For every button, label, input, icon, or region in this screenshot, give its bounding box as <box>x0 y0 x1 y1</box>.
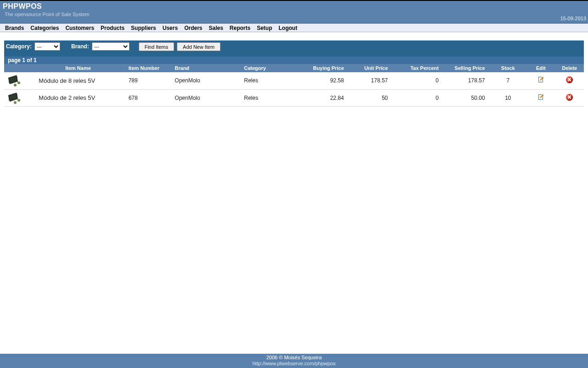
edit-icon[interactable] <box>537 94 544 101</box>
menu-brands[interactable]: Brands <box>2 25 27 31</box>
app-subtitle: The opensource Point of Sale System <box>3 12 585 17</box>
app-header: PHPWPOS The opensource Point of Sale Sys… <box>0 1 588 23</box>
cell-selling-price: 50.00 <box>443 89 490 106</box>
menu-products[interactable]: Products <box>97 25 128 31</box>
menu-customers[interactable]: Customers <box>62 25 97 31</box>
item-thumb-icon <box>7 74 22 87</box>
cell-category: Reles <box>242 89 298 106</box>
header-date: 15-09-2013 <box>560 16 586 21</box>
cell-tax-percent: 0 <box>392 72 443 89</box>
col-tax-percent: Tax Percent <box>392 64 443 72</box>
menu-setup[interactable]: Setup <box>254 25 275 31</box>
category-select[interactable]: --- <box>34 42 60 51</box>
table-row: Módulo de 8 reles 5V789OpenMoloReles92.5… <box>4 72 584 89</box>
table-row: Módulo de 2 reles 5V678OpenMoloReles22.8… <box>4 89 584 106</box>
cell-brand: OpenMolo <box>173 72 242 89</box>
col-item-number: Item Number <box>127 64 173 72</box>
brand-label: Brand: <box>71 43 89 50</box>
col-selling-price: Selling Price <box>443 64 490 72</box>
col-brand: Brand <box>173 64 242 72</box>
cell-buying-price: 92.58 <box>298 72 349 89</box>
cell-category: Reles <box>242 72 298 89</box>
delete-icon[interactable] <box>566 94 573 101</box>
footer-url[interactable]: http://www.ptwebserve.com/phpwpos <box>0 361 588 367</box>
items-table: Item Name Item Number Brand Category Buy… <box>4 64 584 107</box>
cell-stock: 10 <box>490 89 527 106</box>
col-edit: Edit <box>526 64 555 72</box>
brand-select[interactable]: --- <box>92 42 130 51</box>
menu-suppliers[interactable]: Suppliers <box>128 25 159 31</box>
cell-stock: 7 <box>490 72 527 89</box>
item-thumb-icon <box>7 91 22 105</box>
menu-users[interactable]: Users <box>159 25 181 31</box>
app-title: PHPWPOS <box>3 2 585 11</box>
cell-unit-price: 50 <box>349 89 393 106</box>
col-buying-price: Buying Price <box>298 64 349 72</box>
cell-unit-price: 178.57 <box>349 72 393 89</box>
menu-reports[interactable]: Reports <box>226 25 254 31</box>
menu-sales[interactable]: Sales <box>205 25 226 31</box>
col-stock: Stock <box>490 64 527 72</box>
col-item-name: Item Name <box>29 64 126 72</box>
cell-item-name: Módulo de 8 reles 5V <box>29 72 126 89</box>
pager: page 1 of 1 <box>4 57 584 64</box>
add-new-item-button[interactable]: Add New Item <box>177 42 220 51</box>
menu-logout[interactable]: Logout <box>276 25 301 31</box>
cell-buying-price: 22.84 <box>298 89 349 106</box>
cell-item-number: 789 <box>127 72 173 89</box>
col-delete: Delete <box>555 64 584 72</box>
col-category: Category <box>242 64 298 72</box>
cell-item-name: Módulo de 2 reles 5V <box>29 89 126 106</box>
menu-orders[interactable]: Orders <box>181 25 205 31</box>
footer: 2006 © Moisés Sequeira http://www.ptwebs… <box>0 354 588 368</box>
delete-icon[interactable] <box>566 76 573 83</box>
cell-brand: OpenMolo <box>173 89 242 106</box>
main-menu: BrandsCategoriesCustomersProductsSupplie… <box>0 23 588 32</box>
cell-tax-percent: 0 <box>392 89 443 106</box>
menu-categories[interactable]: Categories <box>27 25 62 31</box>
find-items-button[interactable]: Find Items <box>139 42 174 51</box>
cell-selling-price: 178.57 <box>443 72 490 89</box>
footer-copyright: 2006 © Moisés Sequeira <box>0 355 588 361</box>
filter-bar: Category: --- Brand: --- Find Items Add … <box>4 40 584 57</box>
cell-item-number: 678 <box>127 89 173 106</box>
col-unit-price: Unit Price <box>349 64 393 72</box>
edit-icon[interactable] <box>537 76 544 83</box>
table-header-row: Item Name Item Number Brand Category Buy… <box>4 64 584 72</box>
category-label: Category: <box>6 43 32 50</box>
